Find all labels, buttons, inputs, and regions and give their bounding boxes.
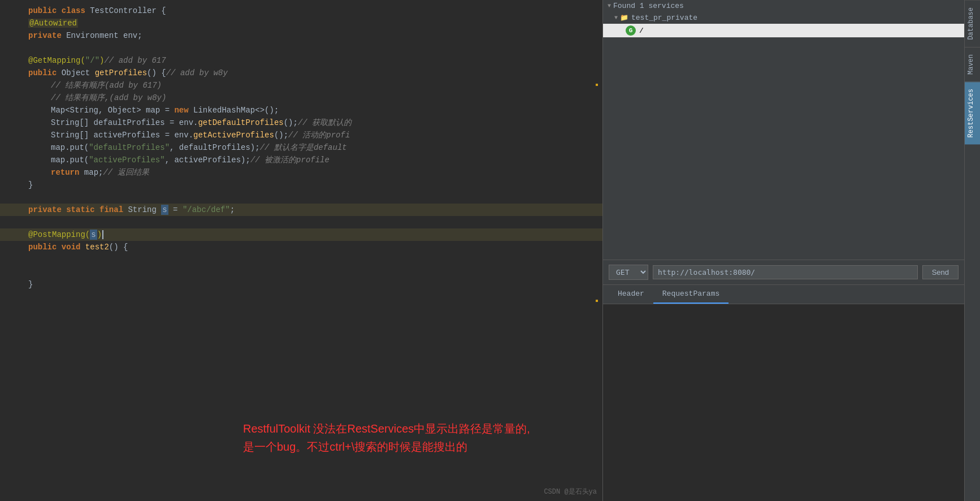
url-bar: GET POST Send [603,260,964,285]
side-tool-restservices[interactable]: RestServices [965,81,980,144]
code-content: String[] defaultProfiles = env.getDefaul… [51,116,352,129]
code-content: @GetMapping("/")// add by 617 [28,54,166,67]
tab-requestparams[interactable]: RequestParams [653,285,729,304]
code-content: map.put("defaultProfiles", defaultProfil… [51,141,347,154]
editor-area: public class TestController { @Autowired… [0,0,602,501]
expand-arrow: ▼ [608,3,611,9]
code-line [0,191,602,204]
code-line [0,216,602,228]
code-line: @GetMapping("/")// add by 617 [0,54,602,67]
code-line-highlighted: private static final String s = "/abc/de… [0,204,602,216]
code-content: String[] activeProfiles = env.getActiveP… [51,129,350,141]
tree-header-label: Found 1 services [613,2,684,10]
code-line: public void test2() { [0,241,602,253]
services-tree: ▼ Found 1 services ▼ 📁 test_pr_private G… [603,0,964,260]
code-content: public void test2() { [28,241,128,253]
side-tools: Database Maven RestServices [964,0,980,501]
side-tool-database[interactable]: Database [965,0,980,47]
code-content: private Environment env; [28,29,142,42]
code-line: // 结果有顺序,(add by w8y) [0,92,602,104]
code-content: public Object getProfiles() {// add by w… [28,67,228,79]
code-line [0,266,602,278]
code-content: @PostMapping(s) [28,228,103,241]
service-icon: G [626,25,636,36]
folder-arrow: ▼ [614,15,618,21]
code-content: } [28,278,33,291]
folder-label: test_pr_private [631,14,697,22]
code-line: String[] activeProfiles = env.getActiveP… [0,129,602,141]
code-content: return map;// 返回结果 [51,166,149,179]
annotation-line2: 是一个bug。不过ctrl+\搜索的时候是能搜出的 [243,438,530,456]
code-line: String[] defaultProfiles = env.getDefaul… [0,116,602,129]
code-content: // 结果有顺序(add by 617) [51,79,162,92]
code-line [0,253,602,266]
code-content: Map<String, Object> map = new LinkedHash… [51,104,279,116]
tree-endpoint[interactable]: G / [603,24,964,37]
code-content: // 结果有顺序,(add by w8y) [51,92,166,104]
folder-icon: 📁 [620,14,628,22]
code-line: Map<String, Object> map = new LinkedHash… [0,104,602,116]
code-line: public Object getProfiles() {// add by w… [0,67,602,79]
tree-header[interactable]: ▼ Found 1 services [603,0,964,12]
code-content: @Autowired [28,17,78,29]
tree-folder[interactable]: ▼ 📁 test_pr_private [603,12,964,24]
code-line: public class TestController { [0,5,602,17]
watermark: CSDN @是石头ya [544,487,597,496]
url-input[interactable] [653,265,918,279]
code-line: return map;// 返回结果 [0,166,602,179]
endpoint-label: / [639,27,644,35]
side-tool-maven[interactable]: Maven [965,47,980,81]
tabs-bar: Header RequestParams [603,285,964,304]
code-content: private static final String s = "/abc/de… [28,204,235,216]
code-line: // 结果有顺序(add by 617) [0,79,602,92]
gutter-mark [596,300,598,302]
gutter-mark [596,84,598,86]
tab-header[interactable]: Header [609,285,653,304]
code-line [0,42,602,54]
method-select[interactable]: GET POST [609,265,648,280]
code-content: } [28,179,33,191]
code-line-highlighted: @PostMapping(s) [0,228,602,241]
code-content: map.put("activeProfiles", activeProfiles… [51,154,329,166]
tab-content [603,304,964,501]
request-panel: GET POST Send Header RequestParams [603,260,964,501]
send-button[interactable]: Send [922,265,959,279]
code-line: @Autowired [0,17,602,29]
right-panel: ▼ Found 1 services ▼ 📁 test_pr_private G… [602,0,964,501]
code-content: public class TestController { [28,5,166,17]
code-line: } [0,278,602,291]
code-line: map.put("defaultProfiles", defaultProfil… [0,141,602,154]
code-line: } [0,179,602,191]
annotation-overlay: RestfulToolkit 没法在RestServices中显示出路径是常量的… [243,420,530,456]
code-line: private Environment env; [0,29,602,42]
code-container: public class TestController { @Autowired… [0,0,602,295]
code-line: map.put("activeProfiles", activeProfiles… [0,154,602,166]
annotation-line1: RestfulToolkit 没法在RestServices中显示出路径是常量的… [243,420,530,438]
